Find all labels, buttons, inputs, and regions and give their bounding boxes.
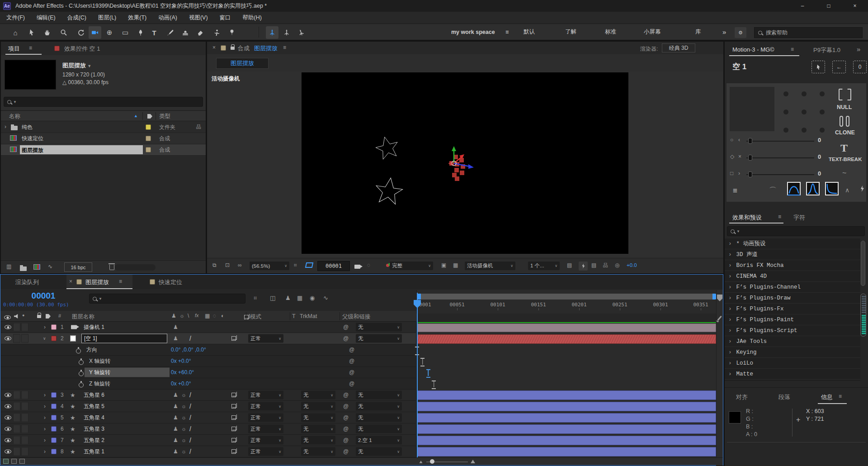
hand-tool[interactable] <box>41 26 54 39</box>
pickwhip-icon[interactable]: @ <box>349 380 354 387</box>
effects-category[interactable]: ›* 动画预设 <box>725 238 860 249</box>
renderer-button[interactable]: 经典 3D <box>662 43 695 52</box>
number-column[interactable]: # <box>58 313 61 319</box>
shy-switch-icon[interactable]: ♟ <box>173 426 178 432</box>
collapse-switch-icon[interactable]: ☼ <box>181 414 186 421</box>
layer-bar-star-6[interactable] <box>417 390 716 400</box>
slider-handle[interactable] <box>748 171 752 177</box>
pickwhip-icon[interactable]: @ <box>343 335 349 342</box>
squiggle-icon[interactable]: ~ <box>842 169 846 177</box>
view-axis-mode[interactable] <box>295 26 307 39</box>
trkmat-dropdown[interactable]: 无∨ <box>301 436 335 445</box>
tab-effect-controls[interactable]: 效果控件 空 1 <box>64 45 100 53</box>
ease-curve-button-3[interactable] <box>825 182 839 195</box>
layer-bar-star-2[interactable] <box>417 436 716 445</box>
layer-name-edit-field[interactable]: [空 1] <box>81 334 167 343</box>
pixel-aspect-icon[interactable]: ▤ <box>567 262 572 268</box>
null-brackets-icon[interactable] <box>839 89 851 100</box>
parent-dropdown[interactable]: 2.空 1∨ <box>356 436 402 445</box>
zero-button[interactable]: 0 <box>853 61 867 73</box>
shy-switch-icon[interactable]: ♟ <box>173 437 178 443</box>
grid-dot[interactable] <box>802 109 807 114</box>
layer-eye-icon[interactable] <box>5 325 11 329</box>
stopwatch-icon[interactable] <box>79 371 84 376</box>
blend-mode-dropdown[interactable]: 正常∨ <box>248 334 283 343</box>
layer-bar-camera[interactable] <box>417 323 716 332</box>
label-chip-violet[interactable] <box>51 426 57 432</box>
tab-effects-presets[interactable]: 效果和预设 <box>732 214 762 222</box>
text-tool[interactable]: T <box>148 26 160 39</box>
effects-category[interactable]: ›F’s Plugins-Channel <box>725 282 860 293</box>
property-name[interactable]: Y 轴旋转 <box>89 369 110 376</box>
help-search-field[interactable]: 搜索帮助 <box>754 27 863 38</box>
lock-icon[interactable] <box>231 47 235 50</box>
effects-category[interactable]: ›F’s Plugins-Draw <box>725 293 860 304</box>
trkmat-column[interactable]: TrkMat <box>300 313 317 319</box>
stopwatch-icon[interactable] <box>79 383 84 388</box>
effects-category[interactable]: ›LoiLo <box>725 358 860 369</box>
tab-project[interactable]: 项目 <box>8 45 20 53</box>
comp-viewer-subtab[interactable]: 图层摆放 <box>216 58 269 69</box>
parent-dropdown[interactable]: 无∨ <box>356 391 402 399</box>
pickwhip-icon[interactable]: @ <box>343 448 349 455</box>
null-button-label[interactable]: NULL <box>837 104 852 110</box>
expand-chevron-icon[interactable]: › <box>44 414 46 421</box>
collapse-switch-icon[interactable]: ☼ <box>181 437 186 443</box>
maximize-button[interactable]: □ <box>816 0 842 12</box>
project-item-name[interactable]: 快速定位 <box>22 135 43 143</box>
work-area-end-handle[interactable] <box>712 294 716 300</box>
grid-dot[interactable] <box>802 128 807 133</box>
pickwhip-icon[interactable]: @ <box>343 437 349 443</box>
tab-layer-placement-active[interactable]: × 图层摆放 ≡ <box>66 275 132 289</box>
effects-category[interactable]: ›Keying <box>725 347 860 358</box>
expand-chevron-icon[interactable]: › <box>44 426 46 432</box>
trkmat-dropdown[interactable]: 无∨ <box>301 425 335 433</box>
shy-switch-icon[interactable]: ♟ <box>173 335 178 342</box>
blend-mode-dropdown[interactable]: 正常∨ <box>248 425 283 433</box>
column-name[interactable]: 名称 <box>9 113 20 120</box>
stopwatch-icon[interactable] <box>76 349 81 354</box>
threed-switch-on-icon[interactable] <box>231 336 236 341</box>
tab-motion3[interactable]: Motion-3 - MG© <box>732 46 774 53</box>
layer-bar-star-4[interactable] <box>417 413 716 423</box>
layer-name[interactable]: 五角星 2 <box>84 437 104 444</box>
project-info-name[interactable]: 图层摆放 <box>62 62 86 69</box>
tab-paragraph[interactable]: 段落 <box>778 393 790 401</box>
slider-handle[interactable] <box>748 155 752 161</box>
draft-3d-icon[interactable]: ◫ <box>270 295 275 301</box>
layer-bar-star-1[interactable] <box>417 447 716 456</box>
pickwhip-icon[interactable]: @ <box>343 392 349 398</box>
expand-chevron-icon[interactable]: › <box>44 403 46 409</box>
pickwhip-icon[interactable]: @ <box>349 369 354 376</box>
trkmat-dropdown[interactable]: 无∨ <box>301 414 335 422</box>
comp-tab-close-icon[interactable]: × <box>212 44 216 51</box>
flowchart-icon[interactable]: 品 <box>196 124 201 130</box>
threed-switch-on-icon[interactable] <box>231 415 236 420</box>
project-row-solids[interactable]: › 纯色 文件夹 品 <box>1 122 206 133</box>
effects-search-field[interactable]: ▼ <box>727 226 865 236</box>
threed-switch-on-icon[interactable] <box>231 449 236 454</box>
parent-dropdown[interactable]: 无∨ <box>356 323 402 332</box>
composition-stage[interactable] <box>302 72 628 254</box>
current-frame-field[interactable]: 00001 <box>317 261 350 271</box>
textbreak-button-label[interactable]: TEXT-BREAK <box>829 157 862 162</box>
exposure-value[interactable]: +0.0 <box>627 262 637 268</box>
quality-switch-icon[interactable]: / <box>189 425 191 433</box>
mini-flowchart-icon[interactable]: ⌗ <box>254 295 257 302</box>
grid-dot[interactable] <box>820 109 825 114</box>
world-axis-mode[interactable] <box>280 26 293 39</box>
trkmat-dropdown[interactable]: 无∨ <box>301 391 335 399</box>
new-folder-icon[interactable] <box>20 266 27 271</box>
property-name[interactable]: Z 轴旋转 <box>89 380 110 388</box>
audio-column-speaker-icon[interactable] <box>14 314 19 319</box>
local-axis-mode[interactable] <box>266 26 278 39</box>
workspace-settings-button[interactable]: ⚙ <box>735 27 746 38</box>
show-snapshot-icon[interactable]: ◌ <box>367 262 370 268</box>
graph-editor-icon[interactable]: ∿ <box>323 295 328 301</box>
layer-row-star-1[interactable]: › 8 ★ 五角星 1 ♟ ☼ / 正常∨ 无∨ @ 无∨ <box>1 446 416 457</box>
blend-mode-dropdown[interactable]: 正常∨ <box>248 447 283 456</box>
clone-stamp-tool[interactable] <box>179 26 192 39</box>
menu-file[interactable]: 文件(F) <box>6 14 25 22</box>
pan-behind-tool[interactable]: ⊕ <box>103 26 116 39</box>
shy-switch-icon[interactable]: ♟ <box>173 392 178 398</box>
